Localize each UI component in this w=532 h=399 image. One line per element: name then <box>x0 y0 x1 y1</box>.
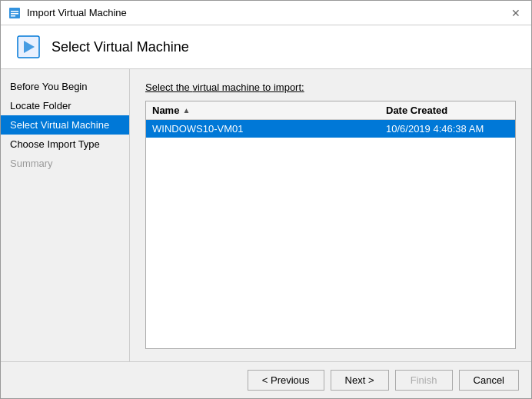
column-name: Name ▲ <box>152 105 386 116</box>
vm-date-created: 10/6/2019 4:46:38 AM <box>386 123 509 135</box>
import-virtual-machine-window: Import Virtual Machine ✕ Select Virtual … <box>0 0 532 399</box>
sort-icon: ▲ <box>182 106 190 115</box>
next-button[interactable]: Next > <box>331 370 389 391</box>
table-body: WINDOWS10-VM01 10/6/2019 4:46:38 AM <box>146 120 515 348</box>
instruction-text: Select the virtual machine to import: <box>145 81 516 93</box>
window-icon <box>8 7 21 19</box>
cancel-button[interactable]: Cancel <box>459 370 519 391</box>
header-icon <box>16 35 41 59</box>
instruction-link: virtual machine <box>192 81 259 93</box>
body-area: Before You Begin Locate Folder Select Vi… <box>1 69 531 361</box>
instruction-prefix: Select the <box>145 81 192 93</box>
title-bar: Import Virtual Machine ✕ <box>1 1 531 25</box>
svg-rect-1 <box>11 11 18 12</box>
table-header: Name ▲ Date Created <box>146 101 515 120</box>
main-wrapper: Select Virtual Machine Before You Begin … <box>1 25 531 398</box>
table-row[interactable]: WINDOWS10-VM01 10/6/2019 4:46:38 AM <box>146 120 515 138</box>
vm-name: WINDOWS10-VM01 <box>152 123 386 135</box>
main-panel: Select the virtual machine to import: Na… <box>130 69 531 361</box>
window-title: Import Virtual Machine <box>27 7 127 18</box>
previous-button[interactable]: < Previous <box>248 370 324 391</box>
sidebar-item-select-virtual-machine[interactable]: Select Virtual Machine <box>1 115 129 135</box>
sidebar: Before You Begin Locate Folder Select Vi… <box>1 69 130 361</box>
sidebar-item-locate-folder[interactable]: Locate Folder <box>1 96 129 115</box>
column-date-created: Date Created <box>386 105 509 116</box>
svg-rect-3 <box>11 15 15 17</box>
instruction-suffix: to import: <box>260 81 304 93</box>
vm-table: Name ▲ Date Created WINDOWS10-VM01 10/6/… <box>145 101 516 349</box>
title-bar-left: Import Virtual Machine <box>8 7 127 19</box>
sidebar-item-before-you-begin[interactable]: Before You Begin <box>1 77 129 96</box>
svg-rect-2 <box>11 13 18 15</box>
footer: < Previous Next > Finish Cancel <box>1 361 531 398</box>
sidebar-item-choose-import-type[interactable]: Choose Import Type <box>1 135 129 154</box>
page-title: Select Virtual Machine <box>52 39 189 55</box>
page-header: Select Virtual Machine <box>1 25 531 69</box>
sidebar-item-summary: Summary <box>1 154 129 173</box>
finish-button[interactable]: Finish <box>395 370 453 391</box>
close-button[interactable]: ✕ <box>508 5 524 21</box>
